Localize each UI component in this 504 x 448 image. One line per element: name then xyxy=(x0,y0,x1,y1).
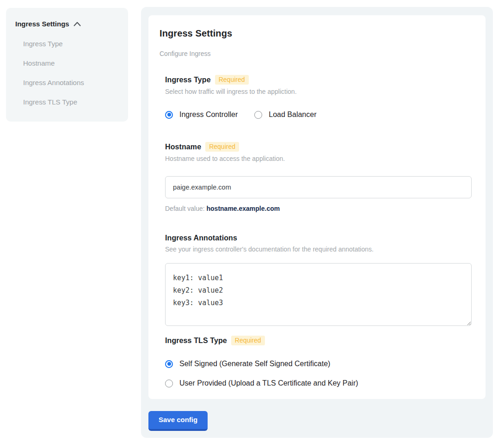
section-ingress-type: Ingress Type Required Select how traffic… xyxy=(165,75,474,119)
sidebar-item-list: Ingress Type Hostname Ingress Annotation… xyxy=(23,40,119,105)
chevron-up-icon[interactable] xyxy=(74,22,81,26)
tls-heading: Ingress TLS Type xyxy=(165,337,227,345)
sidebar-group-ingress-settings[interactable]: Ingress Settings xyxy=(15,20,119,28)
hostname-input[interactable] xyxy=(165,176,472,198)
settings-panel: Ingress Settings Configure Ingress Ingre… xyxy=(141,7,493,438)
ingress-type-options: Ingress Controller Load Balancer xyxy=(165,110,474,119)
radio-label: Load Balancer xyxy=(269,110,316,119)
sidebar-group-label: Ingress Settings xyxy=(15,20,69,28)
radio-ingress-controller[interactable]: Ingress Controller xyxy=(165,110,238,119)
default-value-text: hostname.example.com xyxy=(207,205,280,212)
section-ingress-annotations: Ingress Annotations See your ingress con… xyxy=(165,234,474,326)
page-title: Ingress Settings xyxy=(160,28,474,39)
ingress-type-heading: Ingress Type xyxy=(165,76,211,84)
hostname-default-line: Default value: hostname.example.com xyxy=(165,205,474,212)
sidebar-item-ingress-annotations[interactable]: Ingress Annotations xyxy=(23,79,119,86)
radio-selected-icon[interactable] xyxy=(165,360,173,368)
radio-label: Ingress Controller xyxy=(179,110,238,119)
annotations-description: See your ingress controller's documentat… xyxy=(165,245,474,253)
page: Ingress Settings Ingress Type Hostname I… xyxy=(0,0,504,448)
sidebar-item-ingress-type[interactable]: Ingress Type xyxy=(23,40,119,47)
radio-label: Self Signed (Generate Self Signed Certif… xyxy=(179,360,330,368)
section-ingress-tls-type: Ingress TLS Type Required Self Signed (G… xyxy=(165,336,474,387)
hostname-heading-row: Hostname Required xyxy=(165,142,474,152)
radio-load-balancer[interactable]: Load Balancer xyxy=(254,110,316,119)
default-value-label: Default value: xyxy=(165,205,207,212)
required-badge: Required xyxy=(231,336,265,345)
required-badge: Required xyxy=(205,142,239,152)
radio-self-signed[interactable]: Self Signed (Generate Self Signed Certif… xyxy=(165,360,474,368)
annotations-heading-row: Ingress Annotations xyxy=(165,234,474,242)
form-sections: Ingress Type Required Select how traffic… xyxy=(165,75,474,387)
sidebar: Ingress Settings Ingress Type Hostname I… xyxy=(6,8,128,122)
tls-heading-row: Ingress TLS Type Required xyxy=(165,336,474,345)
annotations-heading: Ingress Annotations xyxy=(165,234,237,242)
sidebar-item-hostname[interactable]: Hostname xyxy=(23,60,119,67)
page-subtitle: Configure Ingress xyxy=(160,50,474,57)
required-badge: Required xyxy=(215,75,249,85)
ingress-type-description: Select how traffic will ingress to the a… xyxy=(165,88,474,95)
ingress-type-heading-row: Ingress Type Required xyxy=(165,75,474,85)
radio-user-provided[interactable]: User Provided (Upload a TLS Certificate … xyxy=(165,379,474,387)
save-config-button[interactable]: Save config xyxy=(148,411,208,431)
radio-selected-icon[interactable] xyxy=(165,111,173,119)
radio-unselected-icon[interactable] xyxy=(165,380,173,387)
radio-label: User Provided (Upload a TLS Certificate … xyxy=(179,379,358,387)
ingress-settings-card: Ingress Settings Configure Ingress Ingre… xyxy=(148,15,486,399)
sidebar-item-ingress-tls-type[interactable]: Ingress TLS Type xyxy=(23,98,119,105)
hostname-heading: Hostname xyxy=(165,143,201,151)
annotations-textarea[interactable]: key1: value1 key2: value2 key3: value3 xyxy=(165,263,472,326)
hostname-description: Hostname used to access the application. xyxy=(165,155,474,162)
section-hostname: Hostname Required Hostname used to acces… xyxy=(165,142,474,212)
radio-unselected-icon[interactable] xyxy=(254,111,262,119)
